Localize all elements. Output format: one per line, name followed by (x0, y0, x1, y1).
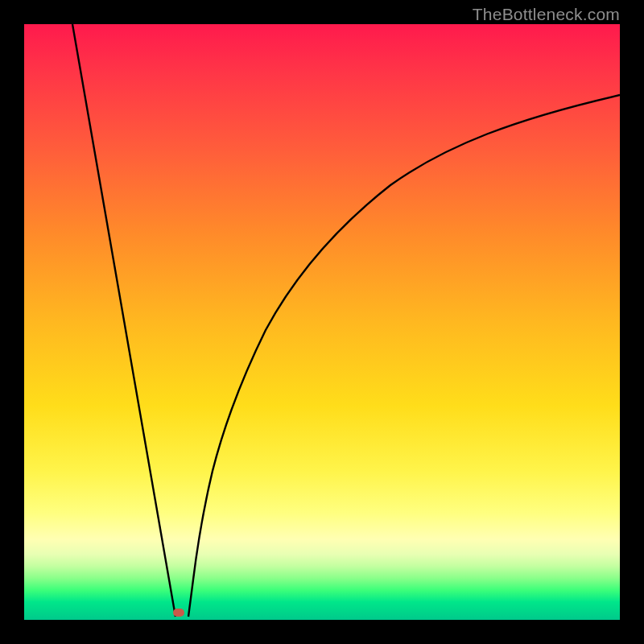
chart-curve-svg (24, 24, 620, 620)
chart-frame (24, 24, 620, 620)
min-marker (173, 609, 184, 617)
watermark-text: TheBottleneck.com (473, 5, 620, 24)
descent-line (72, 24, 175, 617)
recovery-curve (188, 95, 620, 617)
